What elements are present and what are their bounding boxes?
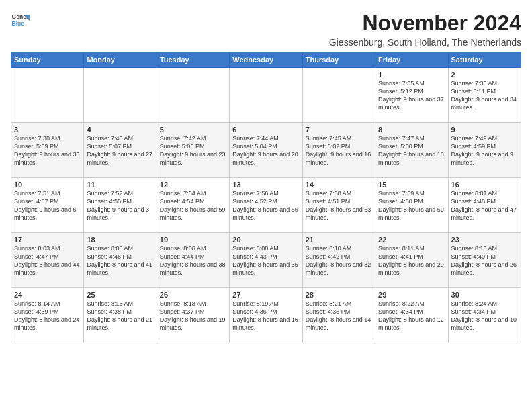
calendar-cell: 21Sunrise: 8:10 AM Sunset: 4:42 PM Dayli… xyxy=(302,233,375,288)
calendar-cell: 30Sunrise: 8:24 AM Sunset: 4:34 PM Dayli… xyxy=(448,288,521,343)
calendar-cell xyxy=(230,68,302,123)
calendar-cell xyxy=(157,68,229,123)
calendar-table: SundayMondayTuesdayWednesdayThursdayFrid… xyxy=(11,52,521,343)
day-info: Sunrise: 8:05 AM Sunset: 4:46 PM Dayligh… xyxy=(87,244,153,277)
page-header: General Blue November 2024 Giessenburg, … xyxy=(11,11,521,48)
day-number: 17 xyxy=(14,236,81,244)
day-info: Sunrise: 7:44 AM Sunset: 5:04 PM Dayligh… xyxy=(232,134,299,167)
calendar-cell: 16Sunrise: 8:01 AM Sunset: 4:48 PM Dayli… xyxy=(448,178,521,233)
day-number: 29 xyxy=(378,291,445,299)
day-number: 4 xyxy=(87,126,153,134)
day-number: 13 xyxy=(232,181,299,189)
calendar-cell xyxy=(11,68,84,123)
day-number: 3 xyxy=(14,126,81,134)
calendar-week-row: 3Sunrise: 7:38 AM Sunset: 5:09 PM Daylig… xyxy=(11,123,521,178)
day-info: Sunrise: 7:54 AM Sunset: 4:54 PM Dayligh… xyxy=(160,189,226,222)
calendar-cell: 20Sunrise: 8:08 AM Sunset: 4:43 PM Dayli… xyxy=(230,233,302,288)
calendar-week-row: 10Sunrise: 7:51 AM Sunset: 4:57 PM Dayli… xyxy=(11,178,521,233)
calendar-cell xyxy=(84,68,157,123)
day-info: Sunrise: 7:47 AM Sunset: 5:00 PM Dayligh… xyxy=(378,134,445,167)
day-info: Sunrise: 7:45 AM Sunset: 5:02 PM Dayligh… xyxy=(306,134,372,167)
day-number: 19 xyxy=(160,236,226,244)
day-info: Sunrise: 7:38 AM Sunset: 5:09 PM Dayligh… xyxy=(14,134,81,167)
calendar-cell: 11Sunrise: 7:52 AM Sunset: 4:55 PM Dayli… xyxy=(84,178,157,233)
day-number: 16 xyxy=(451,181,518,189)
svg-text:Blue: Blue xyxy=(12,20,25,27)
calendar-cell: 12Sunrise: 7:54 AM Sunset: 4:54 PM Dayli… xyxy=(157,178,229,233)
day-info: Sunrise: 8:21 AM Sunset: 4:35 PM Dayligh… xyxy=(306,300,372,332)
day-number: 1 xyxy=(378,71,445,79)
calendar-cell: 18Sunrise: 8:05 AM Sunset: 4:46 PM Dayli… xyxy=(84,233,157,288)
day-info: Sunrise: 8:10 AM Sunset: 4:42 PM Dayligh… xyxy=(306,244,372,277)
day-number: 24 xyxy=(14,291,81,299)
logo-icon: General Blue xyxy=(11,11,30,30)
day-info: Sunrise: 8:16 AM Sunset: 4:38 PM Dayligh… xyxy=(87,300,153,332)
calendar-cell: 15Sunrise: 7:59 AM Sunset: 4:50 PM Dayli… xyxy=(375,178,448,233)
calendar-cell: 13Sunrise: 7:56 AM Sunset: 4:52 PM Dayli… xyxy=(230,178,302,233)
calendar-cell: 4Sunrise: 7:40 AM Sunset: 5:07 PM Daylig… xyxy=(84,123,157,178)
calendar-body: 1Sunrise: 7:35 AM Sunset: 5:12 PM Daylig… xyxy=(11,68,521,343)
weekday-header: Wednesday xyxy=(230,52,302,68)
calendar-cell: 8Sunrise: 7:47 AM Sunset: 5:00 PM Daylig… xyxy=(375,123,448,178)
day-info: Sunrise: 7:56 AM Sunset: 4:52 PM Dayligh… xyxy=(232,189,299,222)
day-number: 12 xyxy=(160,181,226,189)
calendar-cell: 5Sunrise: 7:42 AM Sunset: 5:05 PM Daylig… xyxy=(157,123,229,178)
day-number: 5 xyxy=(160,126,226,134)
day-info: Sunrise: 8:08 AM Sunset: 4:43 PM Dayligh… xyxy=(232,244,299,277)
calendar-cell: 9Sunrise: 7:49 AM Sunset: 4:59 PM Daylig… xyxy=(448,123,521,178)
calendar-cell: 27Sunrise: 8:19 AM Sunset: 4:36 PM Dayli… xyxy=(230,288,302,343)
calendar-cell: 2Sunrise: 7:36 AM Sunset: 5:11 PM Daylig… xyxy=(448,68,521,123)
weekday-header: Thursday xyxy=(302,52,375,68)
day-info: Sunrise: 8:13 AM Sunset: 4:40 PM Dayligh… xyxy=(451,244,518,277)
calendar-cell: 19Sunrise: 8:06 AM Sunset: 4:44 PM Dayli… xyxy=(157,233,229,288)
calendar-week-row: 24Sunrise: 8:14 AM Sunset: 4:39 PM Dayli… xyxy=(11,288,521,343)
day-info: Sunrise: 7:59 AM Sunset: 4:50 PM Dayligh… xyxy=(378,189,445,222)
day-number: 22 xyxy=(378,236,445,244)
day-info: Sunrise: 7:51 AM Sunset: 4:57 PM Dayligh… xyxy=(14,189,81,222)
day-info: Sunrise: 7:36 AM Sunset: 5:11 PM Dayligh… xyxy=(451,79,518,112)
location-subtitle: Giessenburg, South Holland, The Netherla… xyxy=(329,37,521,48)
day-number: 7 xyxy=(306,126,372,134)
calendar-cell: 23Sunrise: 8:13 AM Sunset: 4:40 PM Dayli… xyxy=(448,233,521,288)
month-title: November 2024 xyxy=(329,11,521,36)
calendar-cell: 6Sunrise: 7:44 AM Sunset: 5:04 PM Daylig… xyxy=(230,123,302,178)
day-number: 6 xyxy=(232,126,299,134)
weekday-header: Saturday xyxy=(448,52,521,68)
calendar-cell: 3Sunrise: 7:38 AM Sunset: 5:09 PM Daylig… xyxy=(11,123,84,178)
calendar-cell: 28Sunrise: 8:21 AM Sunset: 4:35 PM Dayli… xyxy=(302,288,375,343)
day-number: 20 xyxy=(232,236,299,244)
weekday-header: Sunday xyxy=(11,52,84,68)
day-number: 10 xyxy=(14,181,81,189)
calendar-cell: 26Sunrise: 8:18 AM Sunset: 4:37 PM Dayli… xyxy=(157,288,229,343)
calendar-cell: 1Sunrise: 7:35 AM Sunset: 5:12 PM Daylig… xyxy=(375,68,448,123)
day-info: Sunrise: 8:22 AM Sunset: 4:34 PM Dayligh… xyxy=(378,300,445,332)
day-info: Sunrise: 8:24 AM Sunset: 4:34 PM Dayligh… xyxy=(451,300,518,332)
day-number: 2 xyxy=(451,71,518,79)
day-info: Sunrise: 7:40 AM Sunset: 5:07 PM Dayligh… xyxy=(87,134,153,167)
weekday-header: Friday xyxy=(375,52,448,68)
day-info: Sunrise: 7:52 AM Sunset: 4:55 PM Dayligh… xyxy=(87,189,153,222)
day-number: 27 xyxy=(232,291,299,299)
calendar-week-row: 17Sunrise: 8:03 AM Sunset: 4:47 PM Dayli… xyxy=(11,233,521,288)
day-info: Sunrise: 8:03 AM Sunset: 4:47 PM Dayligh… xyxy=(14,244,81,277)
weekday-header: Monday xyxy=(84,52,157,68)
day-info: Sunrise: 8:06 AM Sunset: 4:44 PM Dayligh… xyxy=(160,244,226,277)
day-info: Sunrise: 7:58 AM Sunset: 4:51 PM Dayligh… xyxy=(306,189,372,222)
calendar-cell: 17Sunrise: 8:03 AM Sunset: 4:47 PM Dayli… xyxy=(11,233,84,288)
day-number: 14 xyxy=(306,181,372,189)
day-info: Sunrise: 8:11 AM Sunset: 4:41 PM Dayligh… xyxy=(378,244,445,277)
calendar-header-row: SundayMondayTuesdayWednesdayThursdayFrid… xyxy=(11,52,521,68)
calendar-week-row: 1Sunrise: 7:35 AM Sunset: 5:12 PM Daylig… xyxy=(11,68,521,123)
day-number: 30 xyxy=(451,291,518,299)
day-info: Sunrise: 8:14 AM Sunset: 4:39 PM Dayligh… xyxy=(14,300,81,332)
day-info: Sunrise: 8:18 AM Sunset: 4:37 PM Dayligh… xyxy=(160,300,226,332)
weekday-header: Tuesday xyxy=(157,52,229,68)
day-number: 25 xyxy=(87,291,153,299)
day-info: Sunrise: 7:42 AM Sunset: 5:05 PM Dayligh… xyxy=(160,134,226,167)
day-number: 15 xyxy=(378,181,445,189)
calendar-cell: 22Sunrise: 8:11 AM Sunset: 4:41 PM Dayli… xyxy=(375,233,448,288)
calendar-cell xyxy=(302,68,375,123)
calendar-cell: 10Sunrise: 7:51 AM Sunset: 4:57 PM Dayli… xyxy=(11,178,84,233)
day-number: 9 xyxy=(451,126,518,134)
day-number: 21 xyxy=(306,236,372,244)
